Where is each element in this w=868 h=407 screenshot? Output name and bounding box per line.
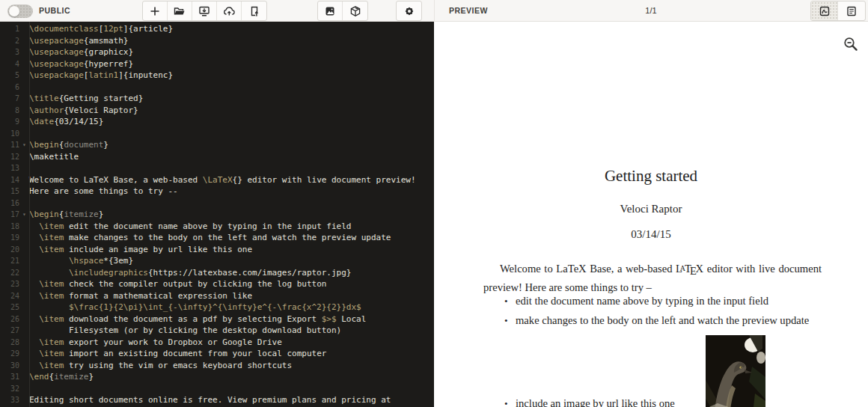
fold-gutter: [19, 302, 29, 313]
fold-gutter: [19, 93, 29, 105]
code-line[interactable]: 20 \item include an image by url like th…: [0, 244, 434, 256]
public-label: PUBLIC: [39, 0, 70, 22]
line-number: 28: [0, 337, 19, 349]
code-line[interactable]: 5\usepackage[latin1]{inputenc}: [0, 70, 434, 82]
new-document-button[interactable]: [143, 1, 168, 20]
fold-arrow-icon[interactable]: ▾: [19, 139, 29, 151]
code-text: \item check the compiler output by click…: [29, 278, 326, 290]
line-number: 6: [0, 82, 19, 94]
fold-gutter: [19, 348, 29, 360]
public-toggle[interactable]: [7, 4, 33, 18]
code-line[interactable]: 27 Filesystem (or by clicking the deskto…: [0, 325, 434, 337]
line-number: 27: [0, 325, 19, 337]
bullet-item: •include an image by url like this one: [504, 397, 675, 407]
code-line[interactable]: 22 \includegraphics{https://latexbase.co…: [0, 267, 434, 279]
line-number: 29: [0, 348, 19, 360]
code-text: \item import an existing document from y…: [29, 348, 326, 360]
pdf-preview-pane: Getting started Veloci Raptor 03/14/15 W…: [434, 22, 868, 407]
cloud-export-button[interactable]: [217, 1, 242, 20]
code-line[interactable]: 21 \hspace*{3em}: [0, 255, 434, 267]
code-text: \item include an image by url like this …: [29, 244, 252, 256]
line-number: 15: [0, 186, 19, 198]
code-line[interactable]: 4\usepackage{hyperref}: [0, 58, 434, 70]
code-line[interactable]: 6: [0, 82, 434, 94]
code-text: \hspace*{3em}: [29, 255, 133, 267]
code-line[interactable]: 29 \item import an existing document fro…: [0, 348, 434, 360]
code-text: \usepackage{hyperref}: [29, 58, 133, 70]
code-editor[interactable]: 1\documentclass[12pt]{article}2\usepacka…: [0, 22, 434, 407]
packages-button[interactable]: [343, 1, 367, 20]
code-text: \includegraphics{https://latexbase.com/i…: [29, 267, 351, 279]
fold-gutter: [19, 325, 29, 337]
code-line[interactable]: 19 \item make changes to the body on the…: [0, 232, 434, 244]
fold-gutter: [19, 313, 29, 325]
code-line[interactable]: 30 \item try using the vim or emacs keyb…: [0, 360, 434, 372]
fold-gutter: [19, 151, 29, 163]
insert-image-button[interactable]: [318, 1, 343, 20]
gear-icon: [403, 5, 415, 17]
fold-gutter: [19, 116, 29, 128]
code-line[interactable]: 23 \item check the compiler output by cl…: [0, 278, 434, 290]
code-text: \begin{itemize}: [29, 209, 103, 221]
code-line[interactable]: 3\usepackage{graphicx}: [0, 46, 434, 58]
package-icon: [349, 5, 361, 17]
code-line[interactable]: 28 \item export your work to Dropbox or …: [0, 337, 434, 349]
line-number: 4: [0, 58, 19, 70]
code-line[interactable]: 8\author{Veloci Raptor}: [0, 105, 434, 117]
code-line[interactable]: 13: [0, 162, 434, 174]
fold-gutter: [19, 337, 29, 349]
code-line[interactable]: 24 \item format a mathematical expressio…: [0, 290, 434, 302]
code-line[interactable]: 1\documentclass[12pt]{article}: [0, 23, 434, 35]
code-line[interactable]: 16: [0, 198, 434, 209]
code-line[interactable]: 11▾\begin{document}: [0, 139, 434, 151]
desktop-download-button[interactable]: [192, 1, 217, 20]
preview-log-button[interactable]: [838, 1, 865, 20]
fold-gutter: [19, 82, 29, 94]
pdf-view-icon: [819, 5, 831, 17]
line-number: 10: [0, 128, 19, 140]
code-line[interactable]: 31\end{itemize}: [0, 371, 434, 383]
open-document-button[interactable]: [168, 1, 192, 20]
fold-gutter: [19, 198, 29, 209]
code-line[interactable]: 17▾\begin{itemize}: [0, 209, 434, 221]
code-text: \item format a mathematical expression l…: [29, 290, 252, 302]
fold-gutter: [19, 128, 29, 140]
cloud-upload-icon: [223, 5, 236, 17]
code-line[interactable]: 10: [0, 128, 434, 140]
code-text: Filesystem (or by clicking the desktop d…: [29, 325, 341, 337]
code-text: \author{Veloci Raptor}: [29, 105, 138, 117]
line-number: 11: [0, 139, 19, 151]
line-number: 19: [0, 232, 19, 244]
code-line[interactable]: 26 \item download the document as a pdf …: [0, 313, 434, 325]
import-document-button[interactable]: [242, 1, 266, 20]
fold-gutter: [19, 371, 29, 383]
line-number: 22: [0, 267, 19, 279]
line-number: 26: [0, 313, 19, 325]
fold-gutter: [19, 46, 29, 58]
line-number: 21: [0, 255, 19, 267]
line-number: 2: [0, 35, 19, 47]
line-number: 5: [0, 70, 19, 82]
log-document-icon: [846, 5, 858, 17]
preview-pdf-button[interactable]: [811, 1, 838, 20]
fold-gutter: [19, 267, 29, 279]
code-line[interactable]: 14Welcome to LaTeX Base, a web-based \La…: [0, 174, 434, 186]
code-line[interactable]: 7\title{Getting started}: [0, 93, 434, 105]
code-line[interactable]: 25 $\frac{1}{2\pi}\int_{-\infty}^{\infty…: [0, 302, 434, 313]
toolbar-divider: [434, 0, 435, 22]
code-line[interactable]: 33Editing short documents online is free…: [0, 394, 434, 406]
preview-label: PREVIEW: [449, 0, 488, 22]
settings-button[interactable]: [397, 1, 421, 20]
line-number: 16: [0, 198, 19, 209]
code-line[interactable]: 32: [0, 383, 434, 395]
code-text: Editing short documents online is free. …: [29, 394, 391, 406]
code-line[interactable]: 18 \item edit the document name above by…: [0, 221, 434, 233]
code-line[interactable]: 15Here are some things to try --: [0, 186, 434, 198]
raptor-image: [706, 335, 765, 407]
code-line[interactable]: 12\maketitle: [0, 151, 434, 163]
code-line[interactable]: 2\usepackage{amsmath}: [0, 35, 434, 47]
fold-gutter: [19, 35, 29, 47]
fold-arrow-icon[interactable]: ▾: [19, 209, 29, 221]
zoom-out-button[interactable]: [843, 37, 858, 52]
code-line[interactable]: 9\date{03/14/15}: [0, 116, 434, 128]
